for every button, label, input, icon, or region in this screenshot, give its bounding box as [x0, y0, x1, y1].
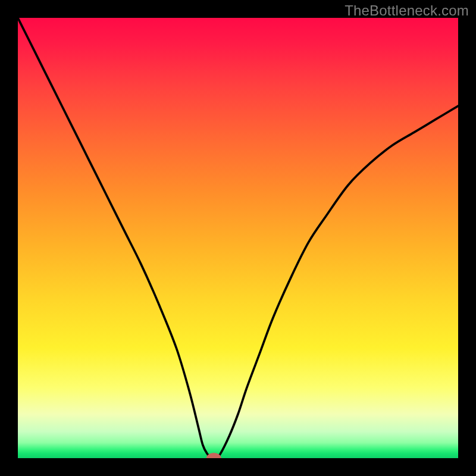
curve-path [18, 18, 458, 458]
plot-area [18, 18, 458, 458]
optimal-point-marker [206, 453, 221, 458]
bottleneck-curve [18, 18, 458, 458]
watermark-text: TheBottleneck.com [345, 2, 469, 19]
chart-frame: TheBottleneck.com [0, 0, 476, 476]
